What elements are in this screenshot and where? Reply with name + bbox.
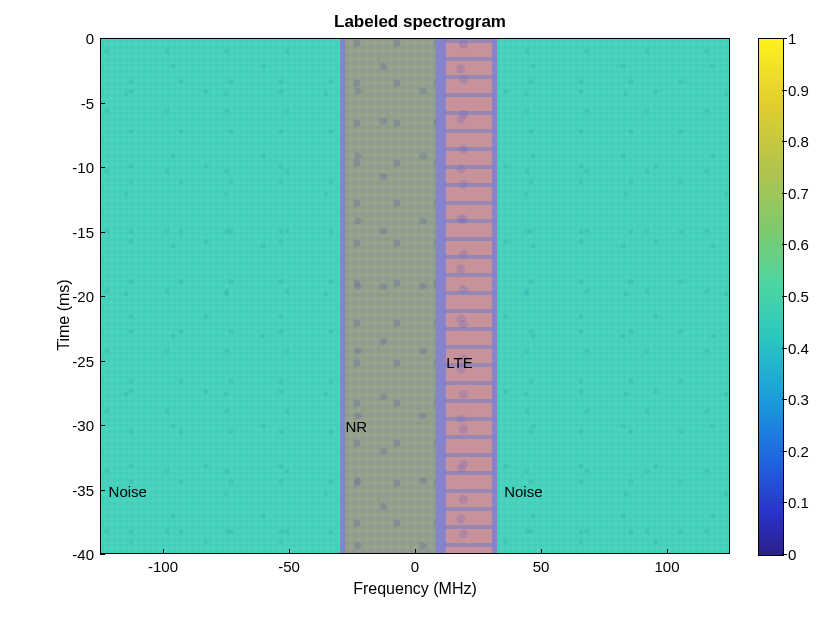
x-tick-label: -100 [148,558,178,575]
x-tick-label: 100 [654,558,679,575]
y-tick-label: 0 [34,30,94,47]
y-tick-label: -5 [34,94,94,111]
x-tick-label: 50 [533,558,550,575]
annotation-nr: NR [345,418,367,435]
colorbar-tick-label: 0 [788,546,796,563]
band-nr [340,39,441,553]
colorbar-tick-label: 0.5 [788,288,809,305]
x-tick-label: 0 [411,558,419,575]
colorbar-tick-label: 1 [788,30,796,47]
y-tick-label: -35 [34,481,94,498]
colorbar [758,38,784,556]
colorbar-tick-label: 0.1 [788,494,809,511]
colorbar-tick-label: 0.4 [788,339,809,356]
y-tick-label: -40 [34,546,94,563]
chart-title: Labeled spectrogram [0,12,840,32]
colorbar-tick-label: 0.9 [788,81,809,98]
y-tick-label: -20 [34,288,94,305]
colorbar-tick-label: 0.6 [788,236,809,253]
x-axis-label: Frequency (MHz) [100,580,730,598]
spectrogram-figure: Labeled spectrogram NoiseNRLTENoise Time… [0,0,840,630]
colorbar-tick-label: 0.2 [788,442,809,459]
y-tick-label: -15 [34,223,94,240]
colorbar-tick-label: 0.3 [788,391,809,408]
y-tick-label: -25 [34,352,94,369]
y-tick-label: -10 [34,159,94,176]
x-tick-label: -50 [278,558,300,575]
annotation-lte: LTE [446,354,472,371]
plot-area: NoiseNRLTENoise [100,38,730,554]
colorbar-tick-label: 0.7 [788,184,809,201]
annotation-noise: Noise [109,483,147,500]
band-lte [441,39,496,553]
annotation-noise: Noise [504,483,542,500]
colorbar-tick-label: 0.8 [788,133,809,150]
y-tick-label: -30 [34,417,94,434]
